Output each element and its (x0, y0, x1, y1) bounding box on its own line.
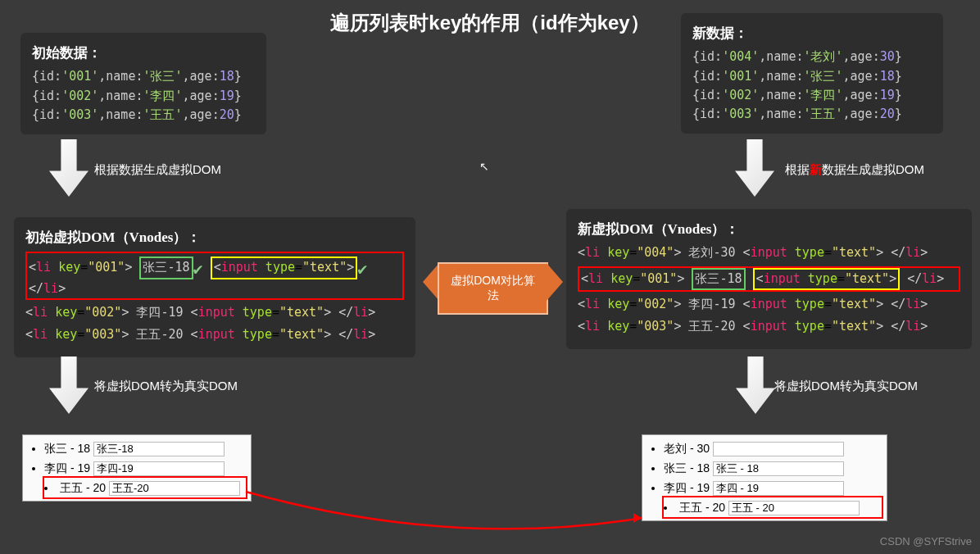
left-vdom: 初始虚拟DOM（Vnodes）： <li key="001"> 张三-18✔ <… (14, 217, 415, 357)
hex-arrow-right-icon (547, 263, 563, 301)
list-item: 张三 - 18 (44, 438, 246, 458)
arrow-label-3: 根据新数据生成虚拟DOM (785, 162, 924, 178)
left-init-data: 初始数据： {id:'001',name:'张三',age:18}{id:'00… (20, 33, 266, 134)
text-input[interactable] (93, 442, 225, 456)
left-init-title: 初始数据： (32, 43, 255, 64)
right-real-dom: 老刘 - 30 张三 - 18 李四 - 19 王五 - 20 (642, 434, 887, 521)
list-item: 老刘 - 30 (664, 438, 882, 458)
text-input[interactable] (713, 481, 844, 496)
text-input[interactable] (109, 481, 240, 496)
list-item: 李四 - 19 (664, 478, 882, 497)
arrow-label-1: 根据数据生成虚拟DOM (94, 162, 221, 178)
svg-marker-0 (633, 513, 642, 523)
arrow-down-icon (736, 356, 775, 414)
watermark: CSDN @SYFStrive (880, 535, 972, 547)
arrow-down-icon (49, 139, 88, 197)
text-input[interactable] (728, 501, 860, 515)
list-item: 张三 - 18 (664, 458, 882, 478)
right-new-title: 新数据： (692, 23, 932, 44)
list-item: 王五 - 20 (651, 497, 882, 517)
compare-hexagon: 虚拟DOM对比算法 (438, 262, 548, 315)
label-pre: 根据 (785, 162, 810, 176)
left-vdom-title: 初始虚拟DOM（Vnodes）： (25, 227, 404, 248)
right-vdom: 新虚拟DOM（Vnodes）： <li key="004"> 老刘-30 <in… (566, 209, 972, 349)
label-post: 数据生成虚拟DOM (822, 162, 924, 176)
list-item: 李四 - 19 (44, 458, 246, 478)
mouse-cursor-icon: ↖ (479, 160, 489, 173)
arrow-label-4: 将虚拟DOM转为真实DOM (774, 379, 918, 394)
hex-arrow-left-icon (423, 263, 439, 301)
arrow-down-icon (735, 139, 774, 197)
text-input[interactable] (93, 461, 225, 476)
left-real-dom: 张三 - 18 李四 - 19 王五 - 20 (22, 434, 252, 502)
text-input[interactable] (713, 442, 844, 456)
text-input[interactable] (713, 461, 844, 476)
right-vdom-title: 新虚拟DOM（Vnodes）： (578, 219, 960, 240)
arrow-down-icon (49, 356, 88, 414)
arrow-label-2: 将虚拟DOM转为真实DOM (94, 379, 238, 394)
list-item: 王五 - 20 (31, 478, 246, 497)
right-new-data: 新数据： {id:'004',name:'老刘',age:30}{id:'001… (681, 13, 943, 134)
label-mid: 新 (810, 162, 822, 176)
